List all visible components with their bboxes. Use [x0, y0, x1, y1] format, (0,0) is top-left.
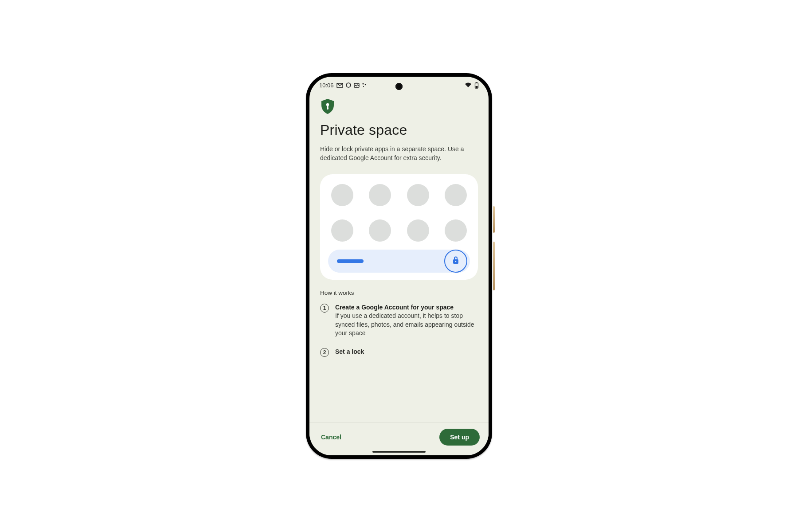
setup-button[interactable]: Set up [439, 429, 480, 446]
step-body-text: If you use a dedicated account, it helps… [335, 312, 478, 338]
svg-point-2 [362, 83, 364, 84]
content-area[interactable]: Private space Hide or lock private apps … [309, 94, 489, 422]
svg-point-12 [455, 261, 457, 262]
app-placeholder [331, 219, 353, 242]
app-placeholder [369, 219, 391, 242]
battery-icon [474, 82, 479, 89]
private-space-pill [328, 250, 470, 273]
step-number-badge: 1 [320, 304, 329, 313]
side-button-top [493, 206, 495, 233]
phone-frame: 10:06 [306, 73, 492, 459]
step-heading: Create a Google Account for your space [335, 303, 478, 312]
illustration-card [320, 174, 478, 280]
app-placeholder [407, 184, 429, 206]
svg-point-3 [364, 84, 366, 86]
lock-icon [451, 255, 460, 267]
svg-point-0 [346, 83, 351, 87]
how-it-works-label: How it works [320, 289, 478, 296]
side-button-bottom [493, 242, 495, 290]
step-number-badge: 2 [320, 348, 329, 357]
private-space-shield-icon [320, 98, 335, 115]
bottom-action-bar: Cancel Set up [309, 422, 489, 455]
app-placeholder [445, 184, 467, 206]
pill-label-placeholder [337, 259, 364, 263]
svg-rect-6 [476, 82, 477, 83]
lock-toggle[interactable] [444, 250, 467, 273]
page-description: Hide or lock private apps in a separate … [320, 145, 471, 163]
app-placeholder [445, 219, 467, 242]
app-placeholder [369, 184, 391, 206]
app-placeholder-grid [328, 182, 470, 250]
gmail-icon [336, 83, 343, 88]
dots-icon [362, 83, 367, 87]
app-placeholder [407, 219, 429, 242]
status-time: 10:06 [319, 82, 334, 89]
svg-point-10 [327, 108, 329, 110]
page-title: Private space [320, 122, 478, 138]
svg-point-4 [363, 86, 364, 87]
step-1: 1 Create a Google Account for your space… [320, 303, 478, 338]
svg-rect-7 [476, 86, 478, 88]
wifi-icon [465, 82, 472, 88]
front-camera [395, 83, 403, 90]
step-heading: Set a lock [335, 348, 364, 356]
app-placeholder [331, 184, 353, 206]
gesture-nav-handle[interactable] [372, 451, 426, 453]
circle-icon [346, 82, 351, 88]
cancel-button[interactable]: Cancel [318, 430, 344, 444]
step-2: 2 Set a lock [320, 348, 478, 357]
image-icon [354, 83, 360, 88]
phone-screen: 10:06 [309, 77, 489, 455]
